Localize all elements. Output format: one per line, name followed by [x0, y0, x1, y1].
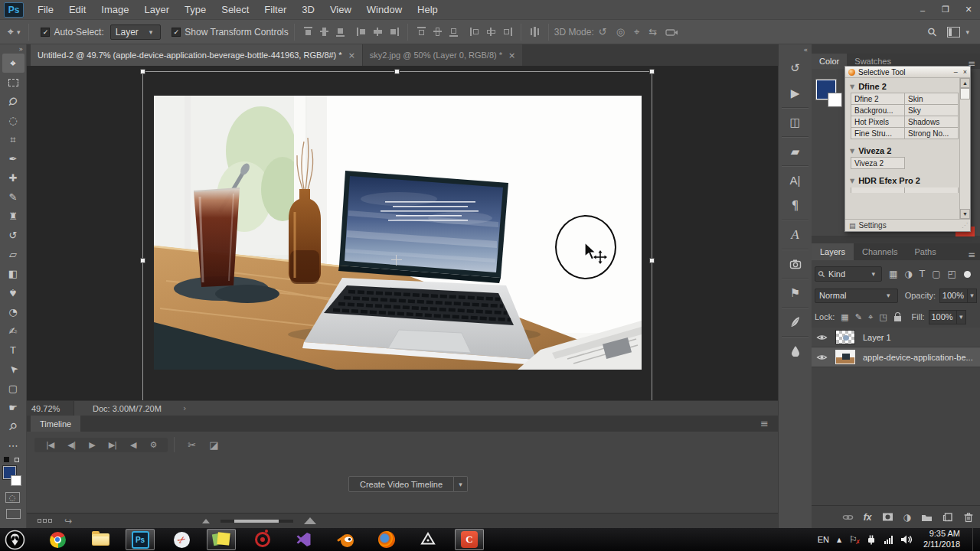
menu-item[interactable]: Window	[359, 2, 410, 18]
lock-transparent-pixels-icon[interactable]: ▦	[841, 312, 848, 322]
tab-layers[interactable]: Layers	[812, 243, 854, 260]
distribute-top-edges-icon[interactable]	[416, 27, 427, 37]
fill-value-field[interactable]: 100%	[929, 310, 957, 324]
align-top-edges-icon[interactable]	[302, 27, 314, 37]
filter-button[interactable]: Skin	[904, 93, 959, 105]
align-vertical-centers-icon[interactable]	[318, 27, 330, 37]
link-layers-icon[interactable]	[842, 512, 854, 523]
layer-filter-icon[interactable]: T	[920, 269, 925, 279]
frame-animation-icon[interactable]	[38, 519, 52, 523]
menu-item[interactable]: Image	[93, 2, 136, 18]
transform-handle-middle-left[interactable]	[140, 258, 145, 263]
taskbar-snipping-tool-icon[interactable]: ✂	[167, 529, 196, 550]
history-brush-tool[interactable]: ↺	[2, 226, 24, 245]
layer-visibility-eye-icon[interactable]	[816, 334, 828, 341]
delete-layer-trash-icon[interactable]	[963, 512, 974, 523]
layer-row[interactable]: Layer 1	[812, 328, 980, 347]
flag-panel-icon[interactable]: ⚑	[779, 280, 812, 305]
align-left-edges-icon[interactable]	[356, 27, 368, 37]
taskbar-visual-studio-icon[interactable]	[289, 529, 318, 550]
lasso-tool[interactable]: Ϙ	[2, 92, 24, 111]
taskbar-unity-icon[interactable]	[413, 529, 443, 550]
tab-color[interactable]: Color	[812, 54, 847, 69]
drop-panel-icon[interactable]	[779, 338, 812, 364]
default-colors-icon[interactable]	[4, 457, 9, 462]
transport-button[interactable]: ▶	[89, 440, 94, 450]
transport-button[interactable]: ▶|	[109, 440, 116, 450]
filter-button[interactable]: Strong No...	[904, 127, 959, 139]
resize-grip-icon[interactable]: ⋰	[962, 222, 969, 229]
filter-button[interactable]: Dfine 2	[851, 93, 905, 105]
search-icon[interactable]: ⚲	[925, 24, 941, 40]
clone-stamp-tool[interactable]: ♜	[2, 207, 24, 226]
layer-thumbnail[interactable]	[835, 350, 855, 364]
lock-position-icon[interactable]: ⌖	[868, 312, 873, 322]
lock-image-pixels-icon[interactable]: ✎	[855, 312, 862, 322]
3d-camera-icon[interactable]	[665, 27, 678, 37]
selective-minimize-icon[interactable]: –	[954, 68, 958, 76]
filter-button[interactable]: Hot Pixels	[851, 116, 905, 128]
character-panel-icon[interactable]: A|	[779, 168, 812, 193]
layer-filter-dropdown[interactable]: ⚲ Kind ▾	[815, 266, 882, 282]
3d-mode-icon[interactable]: ⌖	[634, 26, 639, 37]
layer-visibility-eye-icon[interactable]	[816, 354, 828, 361]
taskbar-firefox-icon[interactable]	[372, 529, 401, 550]
scroll-up-icon[interactable]: ▲	[960, 78, 970, 88]
opacity-dropdown-icon[interactable]: ▾	[968, 289, 977, 303]
menu-item[interactable]: File	[30, 2, 61, 18]
transform-box-left-edge[interactable]	[142, 71, 143, 400]
auto-select-dropdown[interactable]: Layer▾	[110, 24, 162, 40]
camera-panel-icon[interactable]	[779, 251, 812, 276]
timeline-menu-icon[interactable]: ≡	[760, 418, 769, 429]
crop-tool[interactable]: ⌗	[2, 130, 24, 149]
taskbar-photoshop-icon[interactable]: Ps	[126, 529, 155, 550]
transform-handle-top-left[interactable]	[140, 69, 145, 74]
align-bottom-edges-icon[interactable]	[335, 27, 346, 37]
zoom-out-icon[interactable]	[202, 519, 210, 523]
auto-select-checkbox[interactable]: ✓	[41, 28, 50, 37]
selective-tool-window[interactable]: Selective Tool – × ▼ Dfine 2 Dfine 2Skin…	[844, 66, 971, 232]
taskbar-camtasia-icon[interactable]: C	[455, 529, 484, 550]
zoom-in-icon[interactable]	[304, 517, 316, 524]
tab-close-icon[interactable]: ×	[348, 51, 355, 60]
swap-colors-icon[interactable]	[15, 458, 19, 462]
dodge-tool[interactable]: ◔	[2, 302, 24, 321]
type-tool[interactable]: T	[2, 341, 24, 360]
feather-panel-icon[interactable]	[779, 309, 812, 334]
move-tool[interactable]: ⌖	[2, 54, 24, 73]
new-layer-icon[interactable]	[942, 512, 953, 522]
transform-box-right-edge[interactable]	[652, 71, 652, 400]
filter-button[interactable]: Backgrou...	[851, 104, 905, 116]
transform-handle-top-right[interactable]	[649, 69, 655, 74]
layers-panel-menu-icon[interactable]: ≡	[968, 249, 975, 260]
background-color-swatch[interactable]	[11, 475, 21, 486]
workspace-chevron-icon[interactable]: ▾	[965, 28, 969, 36]
selective-settings-bar[interactable]: ▤ Settings ⋰	[845, 219, 970, 231]
edit-toolbar-button[interactable]: ⋯	[2, 436, 24, 455]
menu-item[interactable]: View	[322, 2, 359, 18]
section-collapse-icon[interactable]: ▼	[850, 83, 854, 90]
document-tab-inactive[interactable]: sky2.jpg @ 50% (Layer 0, RGB/8) * ×	[362, 44, 522, 66]
taskbar-chrome-icon[interactable]	[43, 529, 72, 550]
taskbar-sticky-notes-icon[interactable]	[207, 529, 236, 550]
menu-item[interactable]: Edit	[61, 2, 93, 18]
3d-panel-icon[interactable]: ◫	[779, 109, 812, 135]
spot-healing-tool[interactable]: ✚	[2, 168, 24, 187]
layer-filter-icon[interactable]: ▦	[889, 269, 897, 279]
taskbar-blender-icon[interactable]	[331, 529, 360, 550]
language-indicator[interactable]: EN	[818, 535, 829, 544]
transition-icon[interactable]: ◪	[209, 439, 217, 451]
distribute-spacing-icon[interactable]	[529, 27, 541, 37]
layer-row-selected[interactable]: apple-device-application-be...	[812, 347, 980, 367]
timeline-type-dropdown[interactable]: ▾	[454, 476, 468, 492]
tab-timeline[interactable]: Timeline	[31, 416, 80, 432]
menu-item[interactable]: Type	[177, 2, 214, 18]
selective-scrollbar[interactable]: ▲ ▼	[959, 78, 970, 219]
taskbar-screen-recorder-icon[interactable]	[248, 529, 277, 550]
layer-style-fx-icon[interactable]: fx	[864, 512, 872, 523]
3d-mode-icon[interactable]: ◎	[616, 26, 625, 37]
lock-all-icon[interactable]	[894, 316, 901, 321]
workspace-switcher-icon[interactable]	[947, 27, 960, 37]
transport-button[interactable]: ⚙	[149, 440, 156, 450]
start-button[interactable]	[0, 529, 29, 550]
